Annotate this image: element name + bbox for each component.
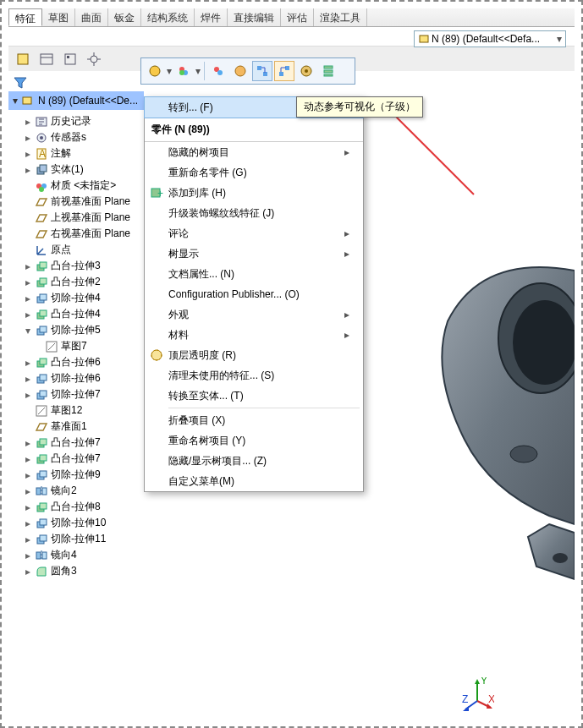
context-menu-item[interactable]: 评论▸ bbox=[145, 223, 363, 244]
tree-node-label: 凸台-拉伸4 bbox=[51, 307, 101, 321]
edit-appearance-icon[interactable] bbox=[208, 61, 228, 81]
tree-twisty-icon[interactable]: ▸ bbox=[24, 293, 32, 304]
tree-node-label: 草图12 bbox=[51, 403, 82, 418]
tree-node[interactable]: 前视基准面 Plane bbox=[24, 194, 142, 210]
main-tab[interactable]: 焊件 bbox=[195, 8, 228, 26]
main-tab[interactable]: 曲面 bbox=[75, 8, 108, 26]
settings-icon[interactable] bbox=[83, 48, 105, 70]
configuration-selector[interactable]: N (89) (Default<<Defa... ▾ bbox=[414, 30, 566, 47]
filter-icon[interactable] bbox=[59, 48, 81, 70]
tree-twisty-icon[interactable]: ▸ bbox=[24, 566, 32, 577]
tree-twisty-icon[interactable]: ▸ bbox=[24, 534, 32, 545]
main-tab[interactable]: 直接编辑 bbox=[228, 8, 281, 26]
dynamic-ref-parent-icon[interactable] bbox=[252, 61, 272, 81]
tree-node[interactable]: ▸A注解 bbox=[24, 145, 142, 161]
tree-twisty-icon[interactable]: ▸ bbox=[24, 132, 32, 144]
context-menu-item[interactable]: Configuration Publisher... (O) bbox=[145, 284, 363, 304]
display-pane-icon[interactable] bbox=[12, 48, 34, 70]
tree-node[interactable]: ▸切除-拉伸7 bbox=[24, 386, 142, 402]
tree-node[interactable]: 原点 bbox=[24, 242, 142, 258]
context-menu-item[interactable]: 自定义菜单(M) bbox=[145, 471, 363, 491]
isolate-icon[interactable] bbox=[296, 61, 316, 81]
tree-node[interactable]: ▸切除-拉伸9 bbox=[24, 467, 142, 483]
main-tab[interactable]: 钣金 bbox=[108, 8, 141, 26]
tree-node[interactable]: ▸凸台-拉伸7 bbox=[24, 435, 142, 451]
context-menu-item[interactable]: 清理未使用的特征... (S) bbox=[145, 365, 363, 386]
tree-twisty-icon[interactable]: ▸ bbox=[24, 389, 32, 401]
context-menu-item[interactable]: 隐藏/显示树项目... (Z) bbox=[145, 451, 363, 471]
tree-twisty-icon[interactable]: ▸ bbox=[24, 437, 32, 449]
context-menu-item[interactable]: 隐藏的树项目▸ bbox=[145, 142, 363, 162]
context-menu-item[interactable]: +添加到库 (H) bbox=[145, 183, 363, 203]
tree-node[interactable]: ▸凸台-拉伸3 bbox=[24, 258, 142, 274]
context-menu-item[interactable]: 重命名树项目 (Y) bbox=[145, 430, 363, 451]
tree-node[interactable]: ▸镜向4 bbox=[24, 547, 142, 563]
tree-node[interactable]: ▸切除-拉伸6 bbox=[24, 370, 142, 386]
tree-twisty-icon[interactable]: ▸ bbox=[24, 276, 32, 288]
context-menu-item[interactable]: 材料▸ bbox=[145, 325, 363, 345]
tree-twisty-icon[interactable]: ▸ bbox=[24, 309, 32, 320]
main-tab[interactable]: 特征 bbox=[8, 8, 42, 26]
tree-twisty-icon[interactable]: ▸ bbox=[24, 357, 32, 369]
tree-node[interactable]: 右视基准面 Plane bbox=[24, 226, 142, 242]
tree-node[interactable]: ▸镜向2 bbox=[24, 483, 142, 499]
context-menu-item[interactable]: 升级装饰螺纹线特征 (J) bbox=[145, 203, 363, 223]
texture-icon[interactable] bbox=[230, 61, 250, 81]
tree-node[interactable]: 材质 <未指定> bbox=[24, 178, 142, 194]
tree-node[interactable]: ▸凸台-拉伸4 bbox=[24, 306, 142, 322]
dynamic-ref-child-icon[interactable] bbox=[274, 61, 294, 81]
main-tab[interactable]: 渲染工具 bbox=[314, 8, 367, 26]
tree-node[interactable]: ▸切除-拉伸10 bbox=[24, 515, 142, 531]
tree-twisty-icon[interactable]: ▸ bbox=[24, 260, 32, 272]
tree-node[interactable]: ▸凸台-拉伸6 bbox=[24, 354, 142, 370]
tree-node[interactable]: 草图7 bbox=[34, 338, 142, 354]
feature-tree-header[interactable]: ▾ N (89) (Default<<De... bbox=[8, 91, 144, 110]
context-menu-item[interactable]: 折叠项目 (X) bbox=[145, 410, 363, 430]
tree-node[interactable]: ▸传感器s bbox=[24, 129, 142, 145]
tree-twisty-icon[interactable]: ▾ bbox=[24, 325, 32, 337]
tree-twisty-icon[interactable]: ▸ bbox=[24, 373, 32, 385]
tree-node-label: 凸台-拉伸7 bbox=[51, 452, 101, 466]
tree-node[interactable]: ▾切除-拉伸5 bbox=[24, 322, 142, 338]
dropdown-icon[interactable]: ▾ bbox=[195, 65, 201, 77]
filter-funnel-icon[interactable] bbox=[14, 76, 29, 91]
tree-twisty-icon[interactable]: ▸ bbox=[24, 164, 32, 176]
tree-node[interactable]: ▸凸台-拉伸2 bbox=[24, 274, 142, 290]
context-menu-item[interactable]: 顶层透明度 (R) bbox=[145, 345, 363, 365]
main-tab[interactable]: 评估 bbox=[281, 8, 314, 26]
tree-node[interactable]: ▸实体(1) bbox=[24, 161, 142, 178]
tree-node[interactable]: ▸历史记录 bbox=[24, 113, 142, 129]
tree-twisty-icon[interactable]: ▸ bbox=[24, 550, 32, 561]
tree-twisty-icon[interactable]: ▸ bbox=[24, 116, 32, 128]
tree-twisty-icon[interactable]: ▸ bbox=[24, 148, 32, 160]
tree-twisty-icon[interactable]: ▸ bbox=[24, 453, 32, 465]
submenu-arrow-icon: ▸ bbox=[344, 248, 355, 260]
window-frame: 特征草图曲面钣金结构系统焊件直接编辑评估渲染工具 N (89) (Default… bbox=[0, 0, 583, 728]
tree-node[interactable]: 基准面1 bbox=[24, 419, 142, 435]
tree-node[interactable]: ▸圆角3 bbox=[24, 563, 142, 579]
tree-node[interactable]: 草图12 bbox=[24, 402, 142, 419]
model-viewport[interactable] bbox=[355, 245, 575, 600]
tree-node[interactable]: ▸切除-拉伸4 bbox=[24, 290, 142, 306]
context-menu-item[interactable]: 外观▸ bbox=[145, 304, 363, 325]
extrude-icon bbox=[35, 276, 48, 289]
tree-node[interactable]: ▸切除-拉伸11 bbox=[24, 531, 142, 547]
context-menu-item[interactable]: 文档属性... (N) bbox=[145, 264, 363, 284]
context-menu-item[interactable]: 转换至实体... (T) bbox=[145, 386, 363, 406]
main-tab[interactable]: 草图 bbox=[42, 8, 75, 26]
context-menu-item[interactable]: 树显示▸ bbox=[145, 244, 363, 264]
appearance-icon[interactable] bbox=[173, 61, 194, 81]
tree-twisty-icon[interactable]: ▸ bbox=[24, 469, 32, 481]
tree-display-icon[interactable] bbox=[36, 48, 58, 70]
tree-twisty-icon[interactable]: ▸ bbox=[24, 517, 32, 529]
tree-node[interactable]: ▸凸台-拉伸7 bbox=[24, 451, 142, 467]
display-style-icon[interactable] bbox=[145, 61, 165, 81]
main-tab[interactable]: 结构系统 bbox=[141, 8, 195, 26]
context-menu-item[interactable]: 重新命名零件 (G) bbox=[145, 162, 363, 183]
dropdown-icon[interactable]: ▾ bbox=[167, 65, 172, 77]
tree-twisty-icon[interactable]: ▸ bbox=[24, 485, 32, 497]
collapse-all-icon[interactable] bbox=[318, 61, 338, 81]
tree-node[interactable]: ▸凸台-拉伸8 bbox=[24, 499, 142, 515]
tree-node[interactable]: 上视基准面 Plane bbox=[24, 210, 142, 226]
tree-twisty-icon[interactable]: ▸ bbox=[24, 501, 32, 513]
